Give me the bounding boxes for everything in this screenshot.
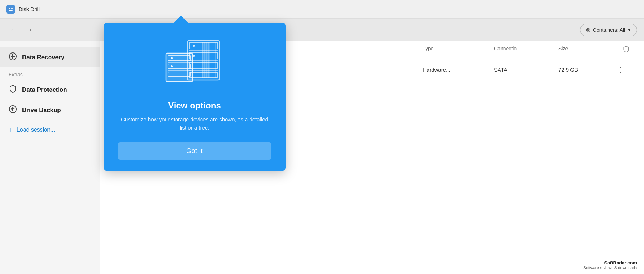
containers-filter-icon: ⊗ — [585, 26, 591, 34]
app-icon — [6, 4, 16, 14]
backup-icon-svg — [9, 105, 17, 113]
tooltip-title: View options — [168, 101, 221, 111]
sidebar-item-data-recovery[interactable]: Data Recovery — [0, 47, 100, 67]
drive-backup-icon — [9, 105, 17, 115]
load-session-label: Load session... — [17, 127, 55, 133]
app-title: Disk Drill — [19, 6, 40, 12]
storage-svg — [162, 37, 227, 91]
forward-button[interactable]: → — [23, 24, 36, 35]
svg-point-2 — [11, 8, 13, 9]
data-protection-icon — [9, 85, 17, 95]
data-recovery-label: Data Recovery — [22, 54, 64, 61]
connection-cell: SATA — [494, 67, 558, 73]
tooltip-popup: View options Customize how your storage … — [104, 23, 286, 171]
protection-col-icon — [623, 46, 630, 53]
back-button[interactable]: ← — [7, 24, 20, 35]
svg-rect-28 — [166, 53, 193, 82]
data-recovery-icon — [9, 52, 17, 62]
more-options-button[interactable]: ⋮ — [615, 64, 625, 75]
watermark: SoftRadar.com Software reviews & downloa… — [583, 260, 637, 270]
svg-point-35 — [171, 65, 173, 67]
tooltip-arrow — [173, 16, 189, 24]
svg-point-34 — [171, 57, 173, 59]
nav-buttons: ← → — [7, 24, 36, 35]
containers-button[interactable]: ⊗ Containers: All ▼ — [580, 24, 637, 36]
svg-point-1 — [9, 8, 10, 9]
svg-point-26 — [193, 45, 195, 47]
shield-icon-svg — [9, 85, 17, 93]
watermark-sub: Software reviews & downloads — [583, 265, 637, 270]
svg-rect-3 — [9, 10, 13, 11]
got-it-button[interactable]: Got it — [118, 142, 271, 160]
more-options-cell: ⋮ — [615, 64, 637, 75]
recovery-icon-svg — [9, 52, 17, 61]
app-layout: ← → Tree ▼ ⊗ Containers: All ▼ — [0, 19, 644, 274]
col-protection — [615, 46, 637, 53]
containers-label: Containers: All — [593, 27, 625, 33]
toolbar: ← → Tree ▼ ⊗ Containers: All ▼ — [0, 19, 644, 41]
containers-chevron-icon: ▼ — [627, 27, 632, 32]
svg-rect-0 — [6, 5, 15, 14]
load-session-item[interactable]: + Load session... — [0, 120, 100, 139]
app-logo: Disk Drill — [6, 4, 40, 14]
content-area: Data Recovery Extras Data Protection — [0, 41, 644, 274]
col-type: Type — [423, 46, 494, 53]
title-bar: Disk Drill — [0, 0, 644, 19]
sidebar-item-data-protection[interactable]: Data Protection — [0, 80, 100, 100]
col-connection: Connectio... — [494, 46, 558, 53]
data-protection-label: Data Protection — [22, 86, 67, 93]
sidebar-item-drive-backup[interactable]: Drive Backup — [0, 100, 100, 120]
extras-section-label: Extras — [0, 67, 100, 80]
type-cell: Hardware... — [423, 67, 494, 73]
size-cell: 72.9 GB — [558, 67, 615, 73]
sidebar: Data Recovery Extras Data Protection — [0, 41, 100, 274]
watermark-main: SoftRadar.com — [583, 260, 637, 265]
drive-backup-label: Drive Backup — [22, 107, 61, 114]
plus-icon: + — [9, 125, 13, 135]
tooltip-illustration — [162, 37, 227, 92]
toolbar-right: ⊗ Containers: All ▼ — [580, 24, 637, 36]
tooltip-description: Customize how your storage devices are s… — [118, 116, 271, 132]
col-size: Size — [558, 46, 615, 53]
